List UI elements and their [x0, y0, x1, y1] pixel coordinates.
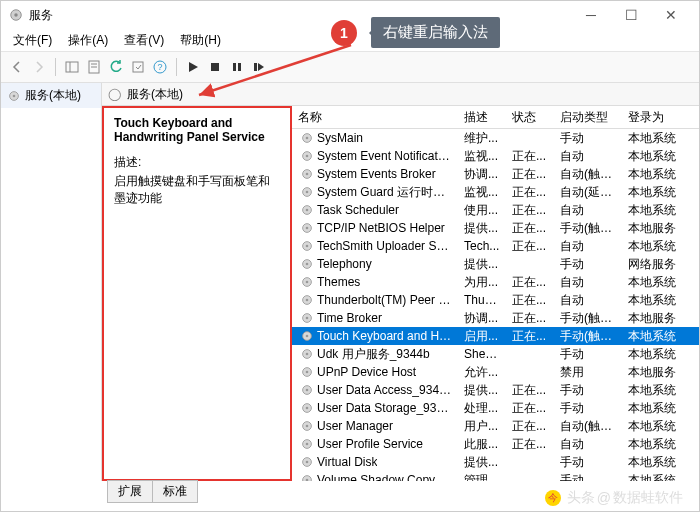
- gear-icon: [7, 89, 21, 103]
- menu-help[interactable]: 帮助(H): [172, 30, 229, 51]
- svg-point-47: [306, 407, 309, 410]
- table-row[interactable]: Virtual Disk提供...手动本地系统: [292, 453, 699, 471]
- svg-rect-12: [238, 63, 241, 71]
- properties-button[interactable]: [84, 57, 104, 77]
- svg-point-29: [306, 245, 309, 248]
- location-back-icon[interactable]: ◯: [108, 87, 121, 101]
- svg-point-53: [306, 461, 309, 464]
- svg-point-41: [306, 353, 309, 356]
- maximize-button[interactable]: ☐: [611, 1, 651, 29]
- table-row[interactable]: Udk 用户服务_9344bShell...手动本地系统: [292, 345, 699, 363]
- svg-point-23: [306, 191, 309, 194]
- help-button[interactable]: ?: [150, 57, 170, 77]
- start-button[interactable]: [183, 57, 203, 77]
- restart-button[interactable]: [249, 57, 269, 77]
- table-row[interactable]: UPnP Device Host允许...禁用本地服务: [292, 363, 699, 381]
- svg-point-15: [13, 94, 16, 97]
- svg-point-45: [306, 389, 309, 392]
- location-bar: ◯ 服务(本地): [102, 83, 699, 106]
- table-row[interactable]: Task Scheduler使用...正在...自动本地系统: [292, 201, 699, 219]
- minimize-button[interactable]: ─: [571, 1, 611, 29]
- sidebar-item-services[interactable]: 服务(本地): [1, 83, 101, 108]
- detail-desc-text: 启用触摸键盘和手写面板笔和墨迹功能: [114, 173, 280, 207]
- stop-button[interactable]: [205, 57, 225, 77]
- table-row[interactable]: Themes为用...正在...自动本地系统: [292, 273, 699, 291]
- col-desc[interactable]: 描述: [458, 107, 506, 128]
- table-row[interactable]: User Manager用户...正在...自动(触发...本地系统: [292, 417, 699, 435]
- back-button[interactable]: [7, 57, 27, 77]
- view-tabs: 扩展 标准: [107, 480, 198, 503]
- table-row[interactable]: System Events Broker协调...正在...自动(触发...本地…: [292, 165, 699, 183]
- svg-rect-7: [133, 62, 143, 72]
- svg-point-43: [306, 371, 309, 374]
- svg-rect-13: [254, 63, 257, 71]
- annotation-text: 右键重启输入法: [371, 17, 500, 48]
- pause-button[interactable]: [227, 57, 247, 77]
- watermark-prefix: 头条: [567, 489, 595, 507]
- watermark-logo: 今: [545, 490, 561, 506]
- svg-rect-11: [233, 63, 236, 71]
- svg-point-35: [306, 299, 309, 302]
- toolbar: ?: [1, 52, 699, 83]
- svg-point-1: [14, 13, 18, 17]
- table-row[interactable]: Touch Keyboard and Hand...启用...正在...手动(触…: [292, 327, 699, 345]
- svg-point-21: [306, 173, 309, 176]
- table-row[interactable]: Thunderbolt(TM) Peer to P...Thun...正在...…: [292, 291, 699, 309]
- show-hide-button[interactable]: [62, 57, 82, 77]
- table-row[interactable]: User Profile Service此服...正在...自动本地系统: [292, 435, 699, 453]
- table-row[interactable]: TCP/IP NetBIOS Helper提供...正在...手动(触发...本…: [292, 219, 699, 237]
- close-button[interactable]: ✕: [651, 1, 691, 29]
- tab-standard[interactable]: 标准: [153, 480, 198, 503]
- export-button[interactable]: [128, 57, 148, 77]
- watermark-name: 数据蛙软件: [613, 489, 683, 507]
- svg-point-19: [306, 155, 309, 158]
- table-row[interactable]: User Data Storage_9344b处理...正在...手动本地系统: [292, 399, 699, 417]
- menu-file[interactable]: 文件(F): [5, 30, 60, 51]
- svg-point-25: [306, 209, 309, 212]
- table-body[interactable]: SysMain维护...手动本地系统System Event Notificat…: [292, 129, 699, 481]
- detail-desc-label: 描述:: [114, 154, 280, 171]
- table-row[interactable]: System Guard 运行时监视...监视...正在...自动(延迟...本…: [292, 183, 699, 201]
- sidebar-label: 服务(本地): [25, 87, 81, 104]
- detail-title-1: Touch Keyboard and: [114, 116, 232, 130]
- table-row[interactable]: Telephony提供...手动网络服务: [292, 255, 699, 273]
- col-logon[interactable]: 登录为: [622, 107, 682, 128]
- table-row[interactable]: User Data Access_9344b提供...正在...手动本地系统: [292, 381, 699, 399]
- menu-action[interactable]: 操作(A): [60, 30, 116, 51]
- detail-panel: Touch Keyboard and Handwriting Panel Ser…: [102, 106, 292, 481]
- location-text: 服务(本地): [127, 86, 183, 103]
- svg-point-17: [306, 137, 309, 140]
- refresh-button[interactable]: [106, 57, 126, 77]
- table-row[interactable]: Volume Shadow Copy管理...手动本地系统: [292, 471, 699, 481]
- svg-point-49: [306, 425, 309, 428]
- col-startup[interactable]: 启动类型: [554, 107, 622, 128]
- svg-point-37: [306, 317, 309, 320]
- annotation-badge: 1: [331, 20, 357, 46]
- svg-rect-2: [66, 62, 78, 72]
- col-name[interactable]: 名称: [292, 107, 458, 128]
- services-table: 名称 描述 状态 启动类型 登录为 SysMain维护...手动本地系统Syst…: [292, 106, 699, 481]
- svg-point-51: [306, 443, 309, 446]
- app-icon: [9, 8, 23, 22]
- svg-point-27: [306, 227, 309, 230]
- svg-rect-10: [211, 63, 219, 71]
- table-header: 名称 描述 状态 启动类型 登录为: [292, 106, 699, 129]
- table-row[interactable]: Time Broker协调...正在...手动(触发...本地服务: [292, 309, 699, 327]
- detail-title-2: Handwriting Panel Service: [114, 130, 265, 144]
- svg-point-39: [306, 335, 309, 338]
- svg-text:?: ?: [157, 62, 162, 72]
- table-row[interactable]: TechSmith Uploader ServiceTech...正在...自动…: [292, 237, 699, 255]
- tab-extended[interactable]: 扩展: [107, 480, 153, 503]
- annotation-callout: 1 右键重启输入法: [331, 17, 500, 48]
- watermark: 今 头条 @ 数据蛙软件: [545, 489, 683, 507]
- forward-button[interactable]: [29, 57, 49, 77]
- svg-point-31: [306, 263, 309, 266]
- menu-view[interactable]: 查看(V): [116, 30, 172, 51]
- services-window: 服务 ─ ☐ ✕ 文件(F) 操作(A) 查看(V) 帮助(H) ? 服务(本地…: [0, 0, 700, 512]
- col-status[interactable]: 状态: [506, 107, 554, 128]
- sidebar: 服务(本地): [1, 83, 102, 481]
- svg-point-33: [306, 281, 309, 284]
- table-row[interactable]: System Event Notification ...监视...正在...自…: [292, 147, 699, 165]
- table-row[interactable]: SysMain维护...手动本地系统: [292, 129, 699, 147]
